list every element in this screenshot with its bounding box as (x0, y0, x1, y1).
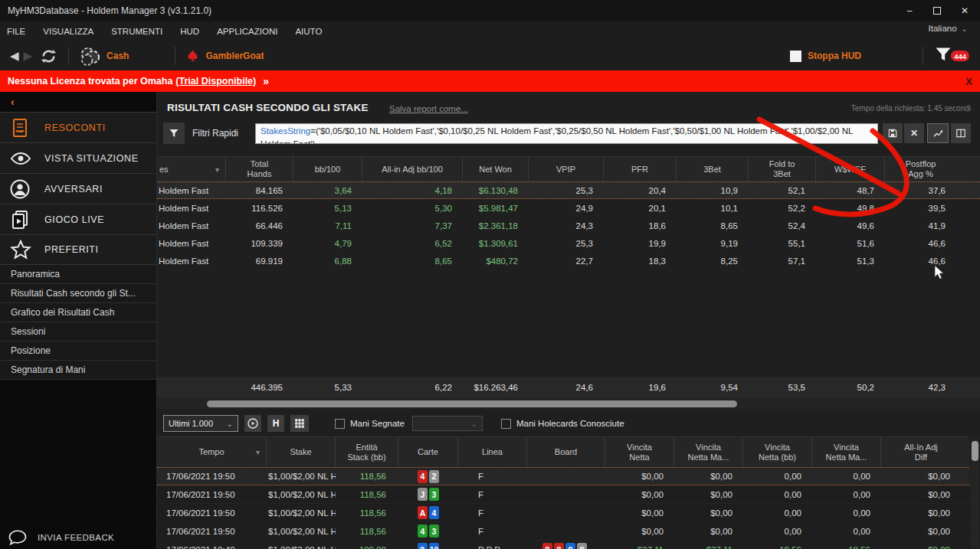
table-row[interactable]: Holdem Fast84.1653,644,18$6.130,4825,320… (157, 181, 980, 199)
column-header[interactable]: Total Hands (226, 157, 293, 181)
grid-view-button[interactable] (290, 415, 309, 432)
replay-button[interactable] (244, 415, 261, 432)
column-header[interactable]: Vincita Netta Ma... (812, 437, 881, 467)
close-button[interactable]: ✕ (954, 2, 975, 19)
money-cell: $27,11 (605, 545, 674, 549)
stakes-filter-input[interactable]: StakesString=('$0,05/$0,10 NL Holdem Fas… (255, 123, 878, 144)
hud-toggle-button[interactable]: H (267, 415, 284, 432)
horizontal-scrollbar[interactable] (157, 399, 980, 409)
menu-visualizza[interactable]: VISUALIZZA (43, 27, 93, 36)
report-item-risultati-cash-secondo-gli-st-[interactable]: Risultati Cash secondo gli St... (0, 284, 156, 303)
sidebar-item-resoconti[interactable]: RESOCONTI (0, 112, 156, 142)
back-button[interactable]: ◀ (10, 49, 19, 63)
money-cell: $0,00 (881, 527, 961, 536)
column-header[interactable]: Entità Stack (bb) (336, 437, 398, 467)
quick-filters-label: Filtri Rapidi (192, 128, 238, 139)
scrollbar-thumb[interactable] (207, 400, 737, 407)
chart-view-button[interactable] (927, 123, 949, 143)
report-item-sessioni[interactable]: Sessioni (0, 322, 156, 341)
stake-cell: $1,00/$2,00 NL H (267, 508, 336, 518)
known-holecards-label: Mani Holecards Conosciute (516, 419, 624, 428)
menu-aiuto[interactable]: AIUTO (295, 27, 322, 36)
report-item-posizione[interactable]: Posizione (0, 341, 156, 361)
stake-cell: Holdem Fast (157, 221, 226, 230)
save-report-link[interactable]: Salva report come... (389, 104, 468, 113)
board-cell: 9898 (527, 543, 605, 549)
sidebar-item-vista-situazione[interactable]: VISTA SITUAZIONE (0, 142, 156, 173)
clear-filter-button[interactable]: ✕ (904, 123, 924, 143)
banner-close-button[interactable]: X (965, 76, 972, 87)
stake-cell: $1,00/$2,00 NL H (267, 527, 336, 536)
trial-link[interactable]: (Trial Disponibile) (175, 76, 256, 87)
column-header[interactable]: W$WSF (816, 157, 885, 181)
menu-hud[interactable]: HUD (180, 27, 199, 36)
forward-button[interactable]: ▶ (24, 49, 33, 63)
report-item-panoramica[interactable]: Panoramica (0, 265, 156, 284)
column-header[interactable]: All-In Adj Diff (881, 437, 961, 467)
column-header[interactable]: es▾ (157, 157, 226, 181)
session-type-button[interactable]: Cash (80, 46, 129, 67)
table-row[interactable]: 17/06/2021 19:50$1,00/$2,00 NL H118,56J3… (157, 485, 969, 504)
report-item-segnatura-di-mani[interactable]: Segnatura di Mani (0, 361, 156, 380)
column-header[interactable]: Stake (267, 437, 336, 467)
save-filter-button[interactable] (883, 123, 903, 143)
scrollbar-thumb[interactable] (972, 441, 978, 461)
marked-hands-checkbox[interactable] (335, 419, 345, 429)
column-header[interactable]: Postflop Agg % (885, 157, 956, 181)
refresh-button[interactable] (40, 47, 57, 65)
playing-card: 10 (429, 543, 440, 549)
table-row[interactable]: Holdem Fast69.9196,888,65$480,7222,718,3… (157, 252, 980, 270)
minimize-button[interactable]: – (899, 2, 920, 19)
column-header[interactable]: bb/100 (293, 157, 362, 181)
table-row[interactable]: 17/06/2021 19:50$1,00/$2,00 NL H118,56A4… (157, 504, 969, 522)
column-header[interactable]: Vincita Netta Ma... (674, 437, 743, 467)
column-header[interactable]: Vincita Netta (bb) (743, 437, 812, 467)
marked-hands-select[interactable]: ⌄ (412, 416, 483, 431)
stat-cell: 52,1 (749, 186, 816, 195)
column-header[interactable]: Vincita Netta (605, 437, 674, 467)
active-filters-button[interactable]: 444 (934, 45, 969, 67)
column-header[interactable]: Carte (398, 437, 458, 467)
funnel-icon (169, 128, 179, 139)
table-row[interactable]: 17/06/2021 19:40$1,00/$2,00 NL H100,0091… (157, 541, 969, 549)
quick-filters-button[interactable] (163, 123, 185, 144)
stat-cell: 57,1 (749, 257, 816, 266)
column-header[interactable]: All-in Adj bb/100 (362, 157, 463, 181)
menu-strumenti[interactable]: STRUMENTI (111, 27, 162, 36)
table-row[interactable]: 17/06/2021 19:50$1,00/$2,00 NL H118,5643… (157, 522, 969, 541)
stat-cell: 9,19 (677, 239, 749, 248)
column-header[interactable]: 3Bet (677, 157, 749, 181)
menu-file[interactable]: FILE (7, 27, 25, 36)
table-row[interactable]: Holdem Fast66.4467,117,37$2.361,1824,318… (157, 217, 980, 234)
last-hands-select[interactable]: Ultimi 1.000 ⌄ (163, 415, 238, 432)
eye-icon (10, 149, 30, 168)
known-holecards-checkbox[interactable] (501, 419, 511, 429)
stop-hud-button[interactable]: Stoppa HUD (790, 51, 861, 62)
column-header[interactable]: Linea (458, 437, 527, 467)
sidebar-item-avversari[interactable]: AVVERSARI (0, 173, 156, 204)
menu-applicazioni[interactable]: APPLICAZIONI (217, 27, 277, 36)
column-header[interactable]: VPIP (529, 157, 604, 181)
sidebar-item-preferiti[interactable]: PREFERITI (0, 234, 156, 265)
column-header[interactable]: Board (527, 437, 605, 467)
send-feedback-button[interactable]: INVIA FEEDBACK (0, 525, 156, 549)
column-header[interactable]: PFR (604, 157, 677, 181)
play-circle-icon (247, 417, 259, 430)
columns-layout-button[interactable] (951, 123, 971, 143)
table-row[interactable]: Holdem Fast116.5265,135,30$5.981,4724,92… (157, 199, 980, 217)
sidebar-item-gioco-live[interactable]: GIOCO LIVE (0, 204, 156, 234)
column-header[interactable]: Net Won (463, 157, 529, 181)
vertical-scrollbar[interactable] (970, 438, 979, 547)
sidebar-collapse-button[interactable]: ‹ (0, 92, 156, 112)
language-selector[interactable]: Italiano ⌄ (929, 24, 968, 33)
column-header[interactable]: Fold to 3Bet (749, 157, 816, 181)
stat-cell: 7,11 (293, 221, 362, 230)
star-icon (10, 240, 30, 260)
table-row[interactable]: Holdem Fast109.3394,796,52$1.309,6125,31… (157, 234, 980, 252)
table-row[interactable]: 17/06/2021 19:50$1,00/$2,00 NL H118,5642… (157, 467, 969, 485)
report-item-grafico-dei-risultati-cash[interactable]: Grafico dei Risultati Cash (0, 303, 156, 322)
column-header[interactable]: Tempo▾ (157, 437, 267, 467)
player-selector[interactable]: GamblerGoat (186, 49, 264, 63)
stat-cell: $5.981,47 (463, 204, 529, 213)
maximize-button[interactable] (926, 2, 948, 19)
